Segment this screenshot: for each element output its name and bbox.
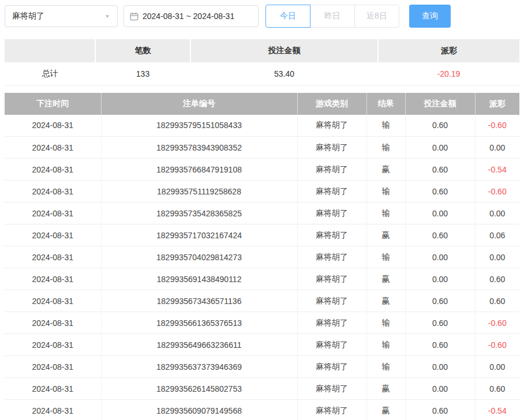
bet-time-cell: 2024-08-31: [5, 202, 101, 224]
quick-filter-last8days[interactable]: 近8日: [354, 5, 399, 28]
game-type-cell: 麻将胡了: [297, 181, 366, 202]
game-type-cell: 麻将胡了: [297, 378, 366, 400]
result-cell: 输: [366, 115, 405, 137]
bet-table-body: 2024-08-311829935795151058433麻将胡了输0.60-0…: [5, 115, 519, 420]
bet-time-cell: 2024-08-31: [5, 400, 101, 420]
header-game-type: 游戏类别: [297, 93, 366, 115]
chevron-down-icon: ▼: [104, 14, 110, 19]
calendar-icon: [130, 12, 139, 21]
summary-total-count: 133: [95, 62, 190, 85]
summary-header-payout: 派彩: [378, 39, 519, 62]
header-bet-time: 下注时间: [5, 93, 101, 115]
game-type-cell: 麻将胡了: [297, 312, 366, 334]
bet-id-cell: 1829935717032167424: [101, 224, 297, 246]
game-type-cell: 麻将胡了: [297, 159, 366, 181]
table-row: 2024-08-311829935649663236611麻将胡了输0.60-0…: [5, 334, 519, 356]
bet-amount-cell: 0.60: [405, 312, 475, 334]
payout-cell: -0.54: [475, 159, 519, 181]
payout-cell: 0.00: [475, 246, 519, 268]
summary-total-row: 总计 133 53.40 -20.19: [5, 62, 519, 85]
game-type-cell: 麻将胡了: [297, 202, 366, 224]
game-type-cell: 麻将胡了: [297, 137, 366, 159]
result-cell: 输: [366, 202, 405, 224]
bet-amount-cell: 0.60: [405, 159, 475, 181]
bet-id-cell: 1829935609079149568: [101, 400, 297, 420]
payout-cell: -0.60: [475, 334, 519, 356]
table-row: 2024-08-311829935783943908352麻将胡了输0.000.…: [5, 137, 519, 159]
summary-header-bet-amount: 投注金额: [190, 39, 378, 62]
quick-filter-yesterday[interactable]: 昨日: [310, 5, 355, 28]
payout-cell: -0.54: [475, 400, 519, 420]
bet-amount-cell: 0.00: [405, 378, 475, 400]
bet-amount-cell: 0.00: [405, 246, 475, 268]
bet-id-cell: 1829935766847919108: [101, 159, 297, 181]
table-row: 2024-08-311829935661365376513麻将胡了输0.60-0…: [5, 312, 519, 334]
table-row: 2024-08-311829935637373946369麻将胡了输0.000.…: [5, 356, 519, 378]
bet-amount-cell: 0.60: [405, 290, 475, 312]
payout-cell: -0.60: [475, 115, 519, 137]
payout-cell: 0.60: [475, 378, 519, 400]
game-type-cell: 麻将胡了: [297, 268, 366, 290]
bet-time-cell: 2024-08-31: [5, 268, 101, 290]
bet-time-cell: 2024-08-31: [5, 290, 101, 312]
bet-id-cell: 1829935751119258628: [101, 181, 297, 202]
table-row: 2024-08-311829935626145802753麻将胡了赢0.000.…: [5, 378, 519, 400]
quick-filter-today[interactable]: 今日: [265, 5, 310, 28]
summary-table: 笔数 投注金额 派彩 总计 133 53.40 -20.19: [5, 39, 519, 86]
game-select[interactable]: 麻将胡了 ▼: [5, 5, 118, 27]
bet-amount-cell: 0.00: [405, 356, 475, 378]
date-range-input[interactable]: 2024-08-31 ~ 2024-08-31: [123, 5, 259, 27]
bet-id-cell: 1829935735428365825: [101, 202, 297, 224]
result-cell: 赢: [366, 268, 405, 290]
result-cell: 赢: [366, 159, 405, 181]
bet-id-cell: 1829935691438490112: [101, 268, 297, 290]
bet-time-cell: 2024-08-31: [5, 115, 101, 137]
payout-cell: -0.60: [475, 181, 519, 202]
bet-amount-cell: 0.60: [405, 334, 475, 356]
bet-id-cell: 1829935783943908352: [101, 137, 297, 159]
quick-filter-group: 今日 昨日 近8日: [265, 5, 399, 28]
table-row: 2024-08-311829935704029814273麻将胡了输0.000.…: [5, 246, 519, 268]
bet-time-cell: 2024-08-31: [5, 137, 101, 159]
bet-time-cell: 2024-08-31: [5, 159, 101, 181]
summary-total-label: 总计: [5, 62, 95, 85]
result-cell: 输: [366, 356, 405, 378]
table-row: 2024-08-311829935691438490112麻将胡了赢0.000.…: [5, 268, 519, 290]
bet-id-cell: 1829935661365376513: [101, 312, 297, 334]
bet-amount-cell: 0.60: [405, 115, 475, 137]
date-range-value: 2024-08-31 ~ 2024-08-31: [143, 12, 234, 21]
bet-table: 下注时间 注单编号 游戏类别 结果 投注金额 派彩 2024-08-311829…: [5, 93, 519, 420]
summary-header-count: 笔数: [95, 39, 190, 62]
table-row: 2024-08-311829935609079149568麻将胡了赢0.60-0…: [5, 400, 519, 420]
game-type-cell: 麻将胡了: [297, 400, 366, 420]
bet-amount-cell: 0.60: [405, 181, 475, 202]
payout-cell: 0.60: [475, 268, 519, 290]
query-button[interactable]: 查询: [409, 5, 451, 28]
result-cell: 输: [366, 334, 405, 356]
bet-id-cell: 1829935637373946369: [101, 356, 297, 378]
game-type-cell: 麻将胡了: [297, 224, 366, 246]
bet-time-cell: 2024-08-31: [5, 356, 101, 378]
bet-table-header-row: 下注时间 注单编号 游戏类别 结果 投注金额 派彩: [5, 93, 519, 115]
summary-header-blank: [5, 39, 95, 62]
summary-header-row: 笔数 投注金额 派彩: [5, 39, 519, 62]
bet-amount-cell: 0.00: [405, 137, 475, 159]
summary-total-payout: -20.19: [378, 62, 519, 85]
header-result: 结果: [366, 93, 405, 115]
header-bet-id: 注单编号: [101, 93, 297, 115]
table-row: 2024-08-311829935673436571136麻将胡了赢0.600.…: [5, 290, 519, 312]
payout-cell: 0.00: [475, 137, 519, 159]
bet-id-cell: 1829935673436571136: [101, 290, 297, 312]
bet-amount-cell: 0.00: [405, 268, 475, 290]
table-row: 2024-08-311829935751119258628麻将胡了输0.60-0…: [5, 181, 519, 202]
bet-amount-cell: 0.60: [405, 224, 475, 246]
game-type-cell: 麻将胡了: [297, 334, 366, 356]
table-row: 2024-08-311829935766847919108麻将胡了赢0.60-0…: [5, 159, 519, 181]
summary-total-bet-amount: 53.40: [190, 62, 378, 85]
game-type-cell: 麻将胡了: [297, 356, 366, 378]
bet-time-cell: 2024-08-31: [5, 181, 101, 202]
bet-time-cell: 2024-08-31: [5, 246, 101, 268]
bet-time-cell: 2024-08-31: [5, 334, 101, 356]
result-cell: 输: [366, 137, 405, 159]
payout-cell: 0.00: [475, 202, 519, 224]
